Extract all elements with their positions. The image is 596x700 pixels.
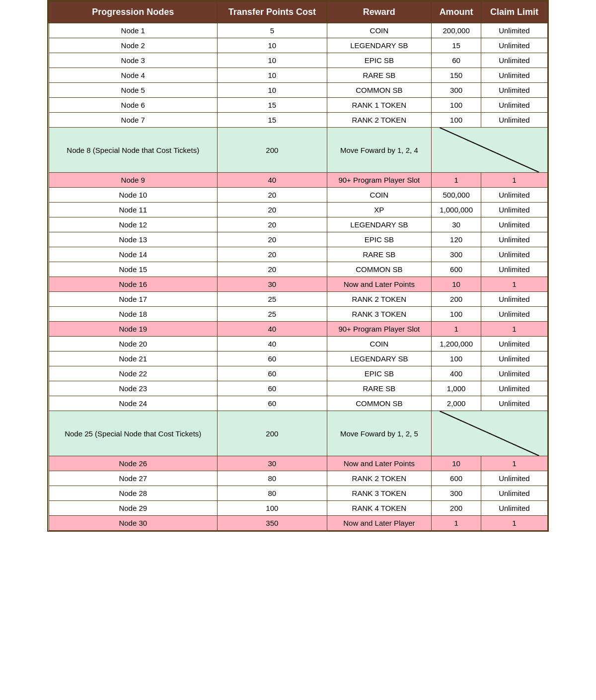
cell-amount: 150 xyxy=(431,68,481,83)
cell-reward: XP xyxy=(327,203,431,217)
cell-cost: 5 xyxy=(217,23,327,38)
cell-node: Node 20 xyxy=(49,337,217,351)
cell-cost: 10 xyxy=(217,38,327,53)
cell-node: Node 21 xyxy=(49,351,217,366)
cell-cost: 60 xyxy=(217,366,327,381)
cell-limit: Unlimited xyxy=(481,188,547,203)
cell-reward: RANK 2 TOKEN xyxy=(327,292,431,307)
cell-amount: 15 xyxy=(431,38,481,53)
cell-diagonal xyxy=(431,128,547,173)
cell-node: Node 10 xyxy=(49,188,217,203)
table-row: Node 2460COMMON SB2,000Unlimited xyxy=(49,396,547,411)
cell-cost: 60 xyxy=(217,396,327,411)
table-row: Node 410RARE SB150Unlimited xyxy=(49,68,547,83)
cell-cost: 10 xyxy=(217,83,327,98)
table-row: Node 29100RANK 4 TOKEN200Unlimited xyxy=(49,501,547,516)
table-row: Node 1220LEGENDARY SB30Unlimited xyxy=(49,217,547,232)
cell-limit: 1 xyxy=(481,456,547,471)
cell-reward: Now and Later Points xyxy=(327,277,431,292)
cell-amount: 100 xyxy=(431,113,481,128)
cell-cost: 10 xyxy=(217,53,327,68)
cell-diagonal xyxy=(431,411,547,456)
table-row: Node 1120XP1,000,000Unlimited xyxy=(49,203,547,217)
cell-reward: RARE SB xyxy=(327,68,431,83)
cell-amount: 100 xyxy=(431,307,481,322)
cell-node: Node 11 xyxy=(49,203,217,217)
cell-amount: 300 xyxy=(431,83,481,98)
cell-reward: RANK 4 TOKEN xyxy=(327,501,431,516)
table-row: Node 1420RARE SB300Unlimited xyxy=(49,247,547,262)
cell-cost: 25 xyxy=(217,307,327,322)
cell-node: Node 6 xyxy=(49,98,217,113)
cell-reward: RANK 3 TOKEN xyxy=(327,486,431,501)
cell-limit: Unlimited xyxy=(481,501,547,516)
cell-limit: Unlimited xyxy=(481,68,547,83)
cell-amount: 1 xyxy=(431,173,481,188)
cell-amount: 1,200,000 xyxy=(431,337,481,351)
cell-limit: Unlimited xyxy=(481,471,547,486)
cell-limit: Unlimited xyxy=(481,337,547,351)
cell-node: Node 7 xyxy=(49,113,217,128)
cell-node: Node 4 xyxy=(49,68,217,83)
cell-cost: 20 xyxy=(217,203,327,217)
cell-amount: 200,000 xyxy=(431,23,481,38)
cell-limit: 1 xyxy=(481,516,547,531)
header-progression-nodes: Progression Nodes xyxy=(49,1,217,23)
cell-limit: Unlimited xyxy=(481,232,547,247)
table-row: Node 1725RANK 2 TOKEN200Unlimited xyxy=(49,292,547,307)
cell-reward: RANK 2 TOKEN xyxy=(327,471,431,486)
cell-cost: 20 xyxy=(217,217,327,232)
cell-reward: 90+ Program Player Slot xyxy=(327,322,431,337)
cell-reward: RANK 2 TOKEN xyxy=(327,113,431,128)
cell-amount: 500,000 xyxy=(431,188,481,203)
table-row: Node 1020COIN500,000Unlimited xyxy=(49,188,547,203)
cell-cost: 60 xyxy=(217,351,327,366)
cell-cost: 25 xyxy=(217,292,327,307)
cell-amount: 10 xyxy=(431,277,481,292)
cell-limit: Unlimited xyxy=(481,113,547,128)
cell-node: Node 12 xyxy=(49,217,217,232)
cell-amount: 300 xyxy=(431,486,481,501)
table-row: Node 210LEGENDARY SB15Unlimited xyxy=(49,38,547,53)
table-row: Node 715RANK 2 TOKEN100Unlimited xyxy=(49,113,547,128)
cell-cost: 350 xyxy=(217,516,327,531)
cell-node: Node 25 (Special Node that Cost Tickets) xyxy=(49,411,217,456)
cell-amount: 600 xyxy=(431,471,481,486)
cell-node: Node 28 xyxy=(49,486,217,501)
cell-reward: COMMON SB xyxy=(327,83,431,98)
cell-node: Node 14 xyxy=(49,247,217,262)
cell-node: Node 26 xyxy=(49,456,217,471)
cell-node: Node 18 xyxy=(49,307,217,322)
cell-cost: 80 xyxy=(217,471,327,486)
cell-cost: 10 xyxy=(217,68,327,83)
cell-amount: 200 xyxy=(431,292,481,307)
cell-limit: Unlimited xyxy=(481,486,547,501)
cell-amount: 2,000 xyxy=(431,396,481,411)
cell-reward: LEGENDARY SB xyxy=(327,38,431,53)
cell-node: Node 5 xyxy=(49,83,217,98)
cell-reward: COIN xyxy=(327,337,431,351)
cell-cost: 40 xyxy=(217,173,327,188)
table-row: Node 15COIN200,000Unlimited xyxy=(49,23,547,38)
table-row: Node 2780RANK 2 TOKEN600Unlimited xyxy=(49,471,547,486)
header-amount: Amount xyxy=(431,1,481,23)
table-row: Node 8 (Special Node that Cost Tickets)2… xyxy=(49,128,547,173)
cell-reward: 90+ Program Player Slot xyxy=(327,173,431,188)
cell-reward: COMMON SB xyxy=(327,396,431,411)
cell-reward: COIN xyxy=(327,23,431,38)
cell-amount: 100 xyxy=(431,351,481,366)
cell-cost: 60 xyxy=(217,381,327,396)
cell-limit: Unlimited xyxy=(481,23,547,38)
cell-node: Node 30 xyxy=(49,516,217,531)
cell-amount: 120 xyxy=(431,232,481,247)
cell-reward: LEGENDARY SB xyxy=(327,351,431,366)
cell-amount: 30 xyxy=(431,217,481,232)
cell-node: Node 1 xyxy=(49,23,217,38)
cell-limit: Unlimited xyxy=(481,381,547,396)
cell-reward: Now and Later Points xyxy=(327,456,431,471)
table-row: Node 2880RANK 3 TOKEN300Unlimited xyxy=(49,486,547,501)
table-row: Node 25 (Special Node that Cost Tickets)… xyxy=(49,411,547,456)
cell-limit: Unlimited xyxy=(481,247,547,262)
cell-reward: RANK 1 TOKEN xyxy=(327,98,431,113)
table-row: Node 2160LEGENDARY SB100Unlimited xyxy=(49,351,547,366)
